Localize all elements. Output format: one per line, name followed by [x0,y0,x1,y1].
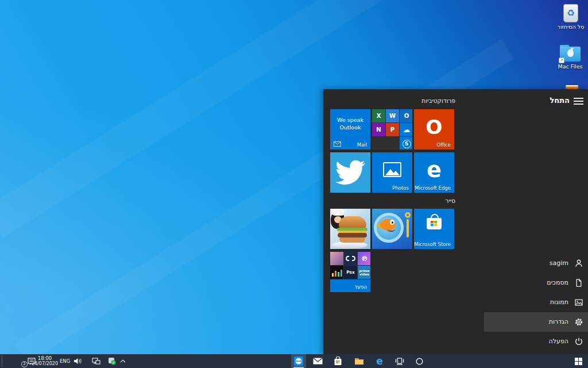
photos-icon [383,162,401,177]
shortcut-arrow-icon: ↗ [559,57,564,63]
onedrive-icon: ☁ [400,123,412,136]
powerpoint-icon: P [386,123,399,136]
tile-section-header-productivity: פרודוקטיביות [421,97,455,104]
word-icon: W [386,109,399,122]
notification-badge: 2 [21,361,28,367]
mac-files-label: Mac Files [558,63,582,70]
store-bag-icon [427,218,442,229]
task-view-button[interactable] [392,354,407,368]
tile-photos[interactable]: Photos [372,152,412,193]
volume-button[interactable] [71,354,84,368]
sidebar-item-user[interactable]: sagim [323,254,588,273]
sidebar-item-power[interactable]: הפעלה [323,332,588,351]
taskbar-edge-button[interactable]: e [372,354,387,368]
tile-section-header-explore: סייר [446,197,455,204]
onenote-icon: N [372,123,385,136]
hamburger-menu-icon[interactable] [574,98,583,105]
sidebar-item-label: sagim [550,259,568,267]
start-button[interactable] [570,354,587,368]
sidebar-item-pictures[interactable]: תמונות [323,293,588,312]
date: 24/07/2020 [30,361,60,367]
language-indicator[interactable]: ENG [60,358,70,364]
pictures-icon [574,298,583,307]
start-menu-title: התחל [550,96,570,105]
taskbar-store-button[interactable] [330,354,345,368]
desktop: ♻ סל המיחזור ↗ Mac Files התחל פרודוקטיבי… [0,0,588,368]
ethernet-icon [92,358,100,365]
task-view-icon [395,358,404,365]
excel-icon: X [372,109,385,122]
tile-label: Photos [392,185,409,191]
tile-microsoft-store[interactable]: Microsoft Store [414,209,454,249]
store-icon [334,356,342,366]
app-status-icon [108,357,116,365]
tile-cooking-fever[interactable] [330,209,370,249]
recycle-bin-label: סל המיחזור [558,24,585,30]
cortana-button[interactable] [412,354,427,368]
office-logo-icon: O [426,117,443,137]
sidebar-item-settings[interactable]: הגדרות [484,312,588,332]
power-icon [574,337,583,346]
teamviewer-icon [294,356,303,366]
chevron-up-icon [120,359,126,363]
envelope-icon [334,141,341,147]
sidebar-item-label: הגדרות [549,318,568,325]
mail-icon [313,358,323,365]
recycle-bin-icon[interactable]: ♻ סל המיחזור [555,4,587,30]
tile-edge[interactable]: e Microsoft Edge [414,152,454,193]
sidebar-item-label: תמונות [550,298,568,306]
mac-files-icon[interactable]: ↗ Mac Files [554,45,587,70]
user-icon [574,259,583,268]
recycle-bin-glyph: ♻ [563,4,578,22]
tile-label: Microsoft Store [414,241,451,247]
tile-office[interactable]: O Office [414,109,454,150]
taskbar-mail-button[interactable] [310,354,325,368]
taskbar-file-explorer-button[interactable] [351,354,366,368]
document-icon [574,278,583,288]
gear-icon [574,317,583,327]
tile-label: Mail [357,142,367,148]
tile-label: Office [436,142,451,148]
skype-icon: S [400,137,412,150]
sidebar-item-label: מסמכים [547,279,568,286]
edge-logo-icon: e [427,157,442,182]
taskbar: 2 18:00 24/07/2020 ENG [0,354,588,368]
tray-expand-button[interactable] [117,354,129,368]
show-desktop-strip[interactable] [2,355,2,367]
network-button[interactable] [89,354,103,368]
tile-fishdom[interactable] [372,209,412,249]
tray-app-button[interactable] [106,354,118,368]
windows-logo-icon [575,358,582,365]
clock[interactable]: 18:00 24/07/2020 [30,355,60,367]
taskbar-teamviewer-button[interactable] [291,354,306,368]
folder-icon: ↗ [560,45,581,62]
sidebar-item-label: הפעלה [549,338,568,345]
sidebar-item-documents[interactable]: מסמכים [323,273,588,293]
outlook-icon: O [400,109,412,122]
tile-mail[interactable]: We speak Outlook Mail [330,109,370,150]
edge-icon: e [376,356,383,366]
start-menu: התחל פרודוקטיביות We speak Outlook Mail … [323,89,588,354]
apple-icon [567,49,574,57]
twitter-bird-icon [335,158,365,187]
tile-twitter[interactable] [330,152,370,193]
time: 18:00 [30,355,60,361]
partially-hidden-desktop-icon [566,85,578,89]
cortana-icon [416,358,423,365]
mail-live-text: We speak [330,116,370,124]
folder-icon [354,357,364,365]
tile-label: Microsoft Edge [415,185,451,191]
speaker-icon [74,358,82,365]
tile-office-group[interactable]: X W O N P ☁ S [372,109,412,150]
